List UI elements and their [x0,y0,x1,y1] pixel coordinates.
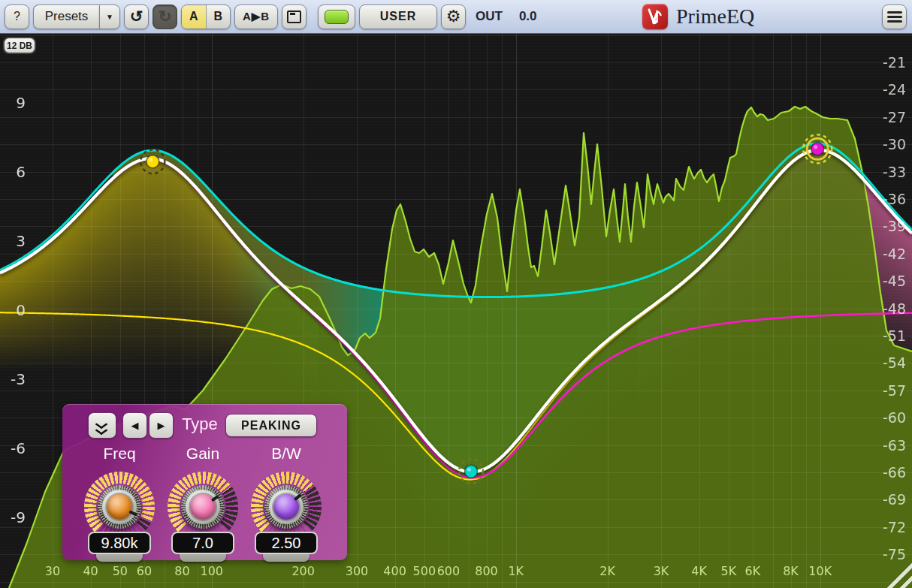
gain-knob-label: Gain [164,445,242,463]
filter-type-label: Type [177,415,223,434]
ab-switch-a[interactable]: A [182,5,207,29]
user-mode-button[interactable]: USER [359,5,437,29]
double-chevron-down-icon [97,420,107,432]
db-range-badge[interactable]: 12 DB [3,37,36,54]
menu-button[interactable] [882,5,907,29]
bw-knob-label: B/W [247,445,325,463]
bw-knob[interactable] [264,485,308,529]
presets-group: Presets ▼ [33,5,120,29]
freq-knob-cap [107,494,132,520]
freq-value-box[interactable]: 9.80k [88,532,151,554]
presets-button[interactable]: Presets [33,5,99,29]
primeeq-window: ? Presets ▼ ↺ ↻ A B A▶B USER ⚙ OUT 0.0 [0,0,912,588]
bw-value-box[interactable]: 2.50 [255,532,318,554]
output-gain-readout: OUT 0.0 [476,9,537,24]
next-band-button[interactable]: ▶ [149,412,174,439]
gear-icon: ⚙ [446,7,461,26]
prev-band-button[interactable]: ◀ [122,412,147,439]
brand: PrimeEQ [642,4,754,29]
bypass-led-button[interactable] [318,5,355,29]
gain-value-box[interactable]: 7.0 [171,532,234,554]
bw-knob-group: B/W 2.50 [247,445,325,559]
filter-type-button[interactable]: PEAKING [225,414,317,437]
ab-switch-b[interactable]: B [207,5,231,29]
redo-button-disabled[interactable]: ↻ [153,5,177,29]
gain-knob-group: Gain 7.0 [164,445,242,559]
collapse-panel-button[interactable] [88,412,116,439]
hamburger-icon [887,11,902,23]
window-icon [287,11,301,23]
window-layout-button[interactable] [282,5,307,29]
undo-button[interactable]: ↺ [124,5,149,29]
out-value[interactable]: 0.0 [519,9,537,24]
toolbar: ? Presets ▼ ↺ ↻ A B A▶B USER ⚙ OUT 0.0 [0,0,912,34]
out-label: OUT [476,9,503,24]
settings-button[interactable]: ⚙ [441,5,466,29]
copy-a-to-b-button[interactable]: A▶B [234,5,278,29]
voxengo-logo-icon [642,4,668,29]
gain-knob[interactable] [181,485,225,529]
help-button[interactable]: ? [5,5,29,29]
freq-knob[interactable] [98,485,141,529]
ab-switch[interactable]: A B [181,5,231,29]
freq-knob-group: Freq 9.80k [80,445,159,559]
presets-dropdown-arrow[interactable]: ▼ [99,5,120,29]
band-control-panel: ◀ ▶ Type PEAKING Freq 9.80k Gain 7.0 B/W [62,404,347,560]
freq-knob-label: Freq [80,445,159,463]
plugin-title: PrimeEQ [676,5,754,29]
led-indicator-icon [325,10,349,24]
